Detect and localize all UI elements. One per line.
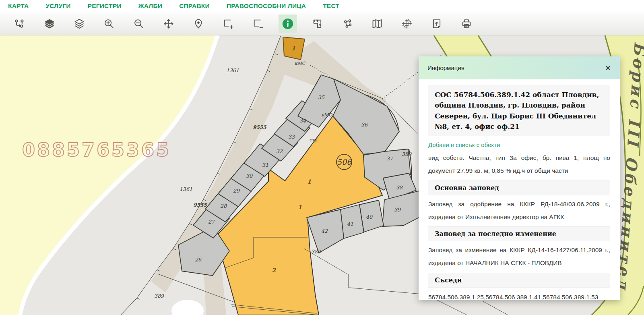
map-label: 389 (311, 249, 321, 255)
close-icon[interactable]: ✕ (605, 64, 611, 72)
map-label: 27 (208, 219, 215, 225)
map-label: 2 (272, 267, 276, 274)
add-to-object-list-link[interactable]: Добави в списък с обекти (428, 141, 500, 148)
location-pin-icon (193, 18, 204, 29)
tool-info-button[interactable] (279, 15, 297, 33)
tool-map-contents-button[interactable] (10, 15, 29, 33)
map-sheets-icon (372, 18, 383, 29)
tool-export-page-button[interactable] (427, 15, 446, 33)
section-text-last-change: Заповед за изменение на КККР КД-14-16-14… (428, 244, 610, 269)
zoom-in-icon (103, 18, 115, 29)
nav-item-karta[interactable]: КАРТА (8, 2, 29, 10)
tool-layers-outline-button[interactable] (70, 15, 89, 33)
layers-filled-icon (44, 18, 55, 29)
map-label: 26 (195, 257, 202, 263)
map-label: 41 (347, 221, 353, 227)
map-label: 1361 (180, 186, 192, 192)
map-label: 1 (291, 45, 295, 52)
tool-measure-length-button[interactable] (308, 15, 327, 33)
map-label: 42 (321, 228, 328, 234)
zoom-window-in-icon (223, 18, 234, 29)
panel-title: Информация (427, 64, 464, 71)
map-label: 37 (386, 155, 394, 162)
tool-location-pin-button[interactable] (189, 15, 208, 33)
info-panel-body: СОС 56784.506.389.1.42 област Пловдив, о… (419, 79, 620, 300)
nav-item-uslugi[interactable]: УСЛУГИ (45, 2, 70, 10)
watermark-phone: 0885765365 (22, 139, 171, 161)
section-heading-last-change: Заповед за последно изменение (428, 226, 610, 241)
info-panel-header: Информация ✕ (419, 56, 620, 79)
tool-zoom-window-in-button[interactable] (219, 15, 237, 33)
map-label: 1361 (226, 67, 239, 73)
map-label: 9555 (193, 202, 207, 208)
coordinates-grid-icon (401, 18, 413, 29)
export-page-icon (431, 18, 442, 29)
section-text-neighbors: 56784.506.389.1.25,56784.506.389.1.41,56… (428, 291, 610, 300)
map-label: 38 (396, 184, 403, 191)
map-label: 34 (299, 118, 306, 124)
tool-map-sheets-button[interactable] (368, 15, 386, 33)
info-icon (282, 18, 294, 30)
map-label: 32 (276, 148, 283, 154)
map-label: 506 (337, 158, 352, 166)
map-label: 389 (154, 293, 164, 299)
tool-pan-button[interactable] (159, 15, 178, 33)
tool-print-button[interactable] (457, 15, 476, 33)
map-label: 28 (220, 203, 227, 209)
nav-item-test[interactable]: ТЕСТ (323, 2, 339, 10)
map-label: стр. (310, 137, 319, 143)
nav-item-registri[interactable]: РЕГИСТРИ (88, 2, 122, 10)
tool-zoom-window-out-button[interactable] (249, 15, 267, 33)
map-label: 389 (402, 151, 412, 157)
tool-coordinates-grid-button[interactable] (398, 15, 416, 33)
measure-length-icon (312, 18, 323, 29)
tool-layers-filled-button[interactable] (40, 15, 59, 33)
section-heading-main-order: Основна заповед (428, 180, 610, 195)
pan-icon (163, 18, 174, 29)
layers-outline-icon (74, 18, 85, 29)
section-text-main-order: Заповед за одобрение на КККР РД-18-48/03… (428, 198, 610, 224)
map-label: 39 (394, 207, 401, 213)
section-heading-neighbors: Съседи (428, 273, 610, 288)
zoom-out-icon (133, 18, 144, 29)
map-label: 1 (298, 204, 302, 210)
tool-zoom-out-button[interactable] (130, 15, 148, 33)
measure-area-icon (342, 18, 353, 29)
object-details: вид собств. Частна, тип За офис, бр. нив… (428, 151, 610, 177)
info-panel: Информация ✕ СОС 56784.506.389.1.42 обла… (419, 56, 620, 300)
map-label: 40 (366, 214, 373, 220)
zoom-window-out-icon (252, 18, 264, 29)
object-title: СОС 56784.506.389.1.42 област Пловдив, о… (428, 85, 610, 136)
print-icon (461, 18, 472, 29)
nav-item-pravosposobni-lica[interactable]: ПРАВОСПОСОБНИ ЛИЦА (227, 2, 306, 10)
map-label: 35 (318, 94, 325, 100)
nav-item-zhalbi[interactable]: ЖАЛБИ (138, 2, 163, 10)
map-label: 29 (233, 188, 240, 194)
map-label: 1 (307, 178, 311, 185)
map-label: 31 (262, 162, 268, 168)
map-label: кМС (295, 61, 306, 66)
top-navigation: КАРТА УСЛУГИ РЕГИСТРИ ЖАЛБИ СПРАВКИ ПРАВ… (0, 0, 644, 12)
tool-zoom-in-button[interactable] (100, 15, 118, 33)
map-label: 9555 (253, 124, 266, 130)
nav-item-spravki[interactable]: СПРАВКИ (179, 2, 210, 10)
tool-measure-area-button[interactable] (338, 15, 357, 33)
map-toolbar (0, 12, 644, 35)
map-label: вМО (322, 112, 332, 118)
map-label: 30 (246, 173, 253, 179)
map-contents-icon (14, 18, 25, 29)
map-label: 33 (288, 134, 295, 140)
map-label: 36 (361, 122, 368, 128)
